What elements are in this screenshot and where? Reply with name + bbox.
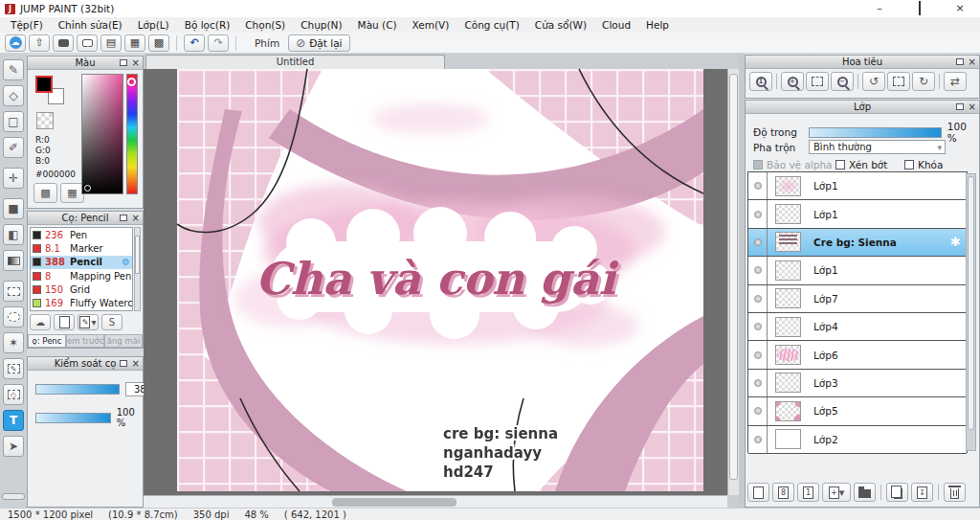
reset-button[interactable]: ⊘Đặt lại xyxy=(288,34,349,52)
cloud-sync-button[interactable]: ☁ xyxy=(5,34,26,52)
select-eraser-tool[interactable]: ◇ xyxy=(3,384,24,405)
panel-close-icon[interactable]: × xyxy=(132,213,140,224)
canvas[interactable]: Cha và con gái Cha và con gái cre bg: si… xyxy=(177,69,703,491)
brush-edit-button[interactable]: ✎▾ xyxy=(78,314,99,330)
layer-visibility-dot[interactable] xyxy=(754,436,762,443)
popout-icon[interactable] xyxy=(120,59,127,66)
layer-settings-gear-icon[interactable]: ✱ xyxy=(950,235,961,249)
minimize-button[interactable]: – xyxy=(859,0,900,17)
new-layer-button[interactable] xyxy=(747,483,769,502)
fill-rect-tool[interactable]: ■ xyxy=(3,198,24,219)
rotate-ccw-button[interactable]: ↺ xyxy=(862,72,885,91)
layer-opacity-slider[interactable] xyxy=(809,127,942,138)
tab-brush-extra[interactable]: ăng mài xyxy=(104,334,143,348)
brush-new-button[interactable] xyxy=(54,314,75,330)
duplicate-layer-button[interactable] xyxy=(886,483,908,502)
popout-icon[interactable] xyxy=(120,360,127,367)
redo-button[interactable]: ↷ xyxy=(208,34,229,52)
comment-button[interactable] xyxy=(53,34,74,52)
new-8bit-layer-button[interactable]: 8 xyxy=(772,483,794,502)
export-button[interactable]: ⇧ xyxy=(29,34,50,52)
layer-row[interactable]: Lớp1 xyxy=(748,200,967,228)
new-1bit-layer-button[interactable]: 1 xyxy=(797,483,819,502)
keys-toggle[interactable]: Phím xyxy=(249,35,285,51)
control-point-tool[interactable]: ✐ xyxy=(3,137,24,158)
menu-file[interactable]: Tệp(F) xyxy=(3,19,51,31)
document-button[interactable]: ▤ xyxy=(100,34,122,52)
close-button[interactable]: × xyxy=(940,0,980,17)
layer-row[interactable]: Lớp1 xyxy=(748,172,967,200)
layer-row-selected[interactable]: Cre bg: Sienna✱ xyxy=(748,229,967,257)
menu-edit[interactable]: Chỉnh sửa(E) xyxy=(51,19,130,31)
menu-help[interactable]: Help xyxy=(638,19,677,31)
brush-cloud-button[interactable]: ☁ xyxy=(30,314,51,330)
palette-button[interactable]: ▩ xyxy=(148,34,169,52)
layer-row[interactable]: Lớp2 xyxy=(748,426,967,454)
layer-row[interactable]: Lớp7 xyxy=(748,285,967,313)
tab-brush[interactable]: ọ: Penc xyxy=(28,334,66,348)
document-tab[interactable]: Untitled xyxy=(145,55,445,69)
zoom-in-button[interactable]: + xyxy=(781,72,804,91)
brush-row-selected[interactable]: 388Pencil⚙ xyxy=(31,256,132,269)
hue-bar[interactable] xyxy=(126,74,138,194)
layer-visibility-dot[interactable] xyxy=(754,295,762,303)
popout-icon[interactable] xyxy=(120,215,127,221)
foreground-color-swatch[interactable] xyxy=(35,76,53,93)
brush-settings-gear-icon[interactable]: ⚙ xyxy=(122,257,130,267)
delete-layer-button[interactable] xyxy=(944,483,966,502)
layer-row[interactable]: Lớp4 xyxy=(748,313,967,341)
panel-close-icon[interactable]: × xyxy=(132,358,140,370)
rotate-reset-button[interactable] xyxy=(887,72,910,91)
saturation-value-picker[interactable] xyxy=(81,74,123,194)
canvas-horizontal-scrollbar[interactable] xyxy=(144,495,727,508)
layer-visibility-dot[interactable] xyxy=(754,266,762,274)
panel-settings-button[interactable]: ▦ xyxy=(124,34,145,52)
brush-row[interactable]: 150Grid xyxy=(31,283,132,296)
panel-close-icon[interactable]: × xyxy=(132,57,140,69)
blend-mode-select[interactable]: Bình thường xyxy=(809,140,946,154)
menu-cloud[interactable]: Cloud xyxy=(594,19,638,31)
select-rect-tool[interactable] xyxy=(3,281,24,302)
object-select-tool[interactable]: ➤ xyxy=(3,436,24,457)
text-tool[interactable]: T xyxy=(3,410,24,431)
hue-marker[interactable] xyxy=(127,78,136,86)
layer-visibility-dot[interactable] xyxy=(754,238,762,246)
shape-tool[interactable]: □ xyxy=(3,111,24,132)
panel-close-icon[interactable]: × xyxy=(969,57,976,68)
move-tool[interactable]: ✛ xyxy=(3,168,24,189)
layer-visibility-dot[interactable] xyxy=(754,379,762,387)
restore-button[interactable] xyxy=(900,0,940,17)
brush-row[interactable]: 8.1Marker xyxy=(31,241,132,255)
layer-visibility-dot[interactable] xyxy=(754,211,762,218)
menu-layer[interactable]: Lớp(L) xyxy=(130,19,177,31)
horizontal-scroll-thumb[interactable] xyxy=(332,498,457,507)
flip-button[interactable]: ⇄ xyxy=(944,72,967,91)
brush-size-slider[interactable] xyxy=(35,384,120,395)
palette-1-button[interactable]: ▩ xyxy=(33,183,57,203)
add-layer-dropdown-button[interactable]: +▾ xyxy=(822,483,851,502)
layer-row[interactable]: Lớp3 xyxy=(748,370,967,397)
rotate-cw-button[interactable]: ↻ xyxy=(912,72,935,91)
vertical-scroll-thumb[interactable] xyxy=(729,74,738,480)
menu-tools[interactable]: Công cụ(T) xyxy=(457,19,526,31)
menu-select[interactable]: Chọn(S) xyxy=(237,19,293,31)
layer-row[interactable]: Lớp5 xyxy=(748,397,967,425)
undo-button[interactable]: ↶ xyxy=(184,34,205,52)
menu-view[interactable]: Xem(V) xyxy=(405,19,457,31)
new-folder-button[interactable] xyxy=(854,483,876,502)
brush-script-button[interactable]: S xyxy=(101,314,122,330)
layer-visibility-dot[interactable] xyxy=(754,351,762,359)
layer-visibility-dot[interactable] xyxy=(754,323,762,330)
fit-screen-button[interactable] xyxy=(806,72,829,91)
brush-row[interactable]: 8Mapping Pen xyxy=(31,269,132,283)
layer-visibility-dot[interactable] xyxy=(754,182,762,190)
popout-icon[interactable] xyxy=(956,103,964,110)
clipping-checkbox[interactable] xyxy=(835,160,845,170)
brush-row[interactable]: 236Pen xyxy=(31,228,132,241)
menu-window[interactable]: Cửa sổ(W) xyxy=(527,19,594,31)
zoom-out-button[interactable]: − xyxy=(831,72,854,91)
layer-list-scrollbar[interactable] xyxy=(966,173,976,451)
merge-layer-button[interactable]: ↧ xyxy=(911,483,933,502)
panel-close-icon[interactable]: × xyxy=(969,102,976,113)
menu-color[interactable]: Màu (C) xyxy=(350,19,405,31)
